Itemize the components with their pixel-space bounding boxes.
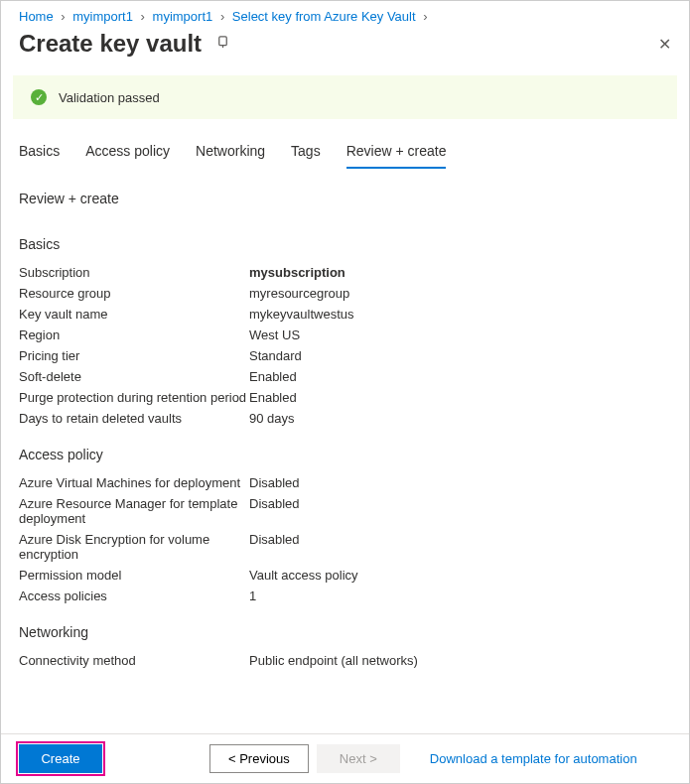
tab-networking[interactable]: Networking xyxy=(196,137,265,169)
value-soft-delete: Enabled xyxy=(249,369,297,384)
footer-toolbar: Create < Previous Next > Download a temp… xyxy=(1,733,689,783)
label-subscription: Subscription xyxy=(19,265,249,280)
section-heading-basics: Basics xyxy=(1,218,689,262)
validation-banner: ✓ Validation passed xyxy=(13,75,677,119)
label-disk-encryption: Azure Disk Encryption for volume encrypt… xyxy=(19,532,249,562)
next-button: Next > xyxy=(317,744,400,773)
close-icon[interactable]: ✕ xyxy=(658,35,671,54)
tab-basics[interactable]: Basics xyxy=(19,137,60,169)
label-purge-protection: Purge protection during retention period xyxy=(19,390,249,405)
value-connectivity: Public endpoint (all networks) xyxy=(249,653,418,668)
chevron-right-icon: › xyxy=(220,9,224,24)
label-arm-template: Azure Resource Manager for template depl… xyxy=(19,496,249,526)
label-vm-deploy: Azure Virtual Machines for deployment xyxy=(19,475,249,490)
section-heading-networking: Networking xyxy=(1,606,689,650)
label-access-policies: Access policies xyxy=(19,588,249,603)
label-connectivity: Connectivity method xyxy=(19,653,249,668)
breadcrumb-select-key[interactable]: Select key from Azure Key Vault xyxy=(232,9,416,24)
value-disk-encryption: Disabled xyxy=(249,532,300,562)
label-soft-delete: Soft-delete xyxy=(19,369,249,384)
value-region: West US xyxy=(249,327,300,342)
validation-message: Validation passed xyxy=(59,90,160,105)
tabs: Basics Access policy Networking Tags Rev… xyxy=(1,137,689,169)
value-resource-group: myresourcegroup xyxy=(249,286,349,301)
pin-icon[interactable] xyxy=(215,35,230,53)
value-permission-model: Vault access policy xyxy=(249,568,358,583)
previous-button[interactable]: < Previous xyxy=(209,744,309,773)
value-access-policies: 1 xyxy=(249,588,256,603)
value-purge-protection: Enabled xyxy=(249,390,297,405)
value-subscription: mysubscription xyxy=(249,265,345,280)
breadcrumb-home[interactable]: Home xyxy=(19,9,54,24)
chevron-right-icon: › xyxy=(61,9,65,24)
chevron-right-icon: › xyxy=(141,9,145,24)
create-button[interactable]: Create xyxy=(19,744,102,773)
label-permission-model: Permission model xyxy=(19,568,249,583)
download-template-link[interactable]: Download a template for automation xyxy=(430,751,637,766)
svg-rect-0 xyxy=(219,37,227,46)
breadcrumb-myimport1b[interactable]: myimport1 xyxy=(153,9,213,24)
label-pricing-tier: Pricing tier xyxy=(19,348,249,363)
value-vm-deploy: Disabled xyxy=(249,475,300,490)
tab-review-create[interactable]: Review + create xyxy=(346,137,447,169)
label-resource-group: Resource group xyxy=(19,286,249,301)
value-arm-template: Disabled xyxy=(249,496,300,526)
tab-tags[interactable]: Tags xyxy=(291,137,321,169)
breadcrumb: Home › myimport1 › myimport1 › Select ke… xyxy=(1,1,689,26)
value-retain-days: 90 days xyxy=(249,411,295,426)
check-circle-icon: ✓ xyxy=(31,89,47,105)
value-pricing-tier: Standard xyxy=(249,348,302,363)
value-key-vault-name: mykeyvaultwestus xyxy=(249,307,353,322)
page-subtitle: Review + create xyxy=(1,189,689,218)
label-key-vault-name: Key vault name xyxy=(19,307,249,322)
label-region: Region xyxy=(19,327,249,342)
page-header: Create key vault ✕ xyxy=(1,26,689,69)
page-title: Create key vault xyxy=(19,30,202,58)
chevron-right-icon: › xyxy=(423,9,427,24)
section-heading-access-policy: Access policy xyxy=(1,429,689,472)
tab-access-policy[interactable]: Access policy xyxy=(85,137,170,169)
breadcrumb-myimport1a[interactable]: myimport1 xyxy=(72,9,133,24)
label-retain-days: Days to retain deleted vaults xyxy=(19,411,249,426)
